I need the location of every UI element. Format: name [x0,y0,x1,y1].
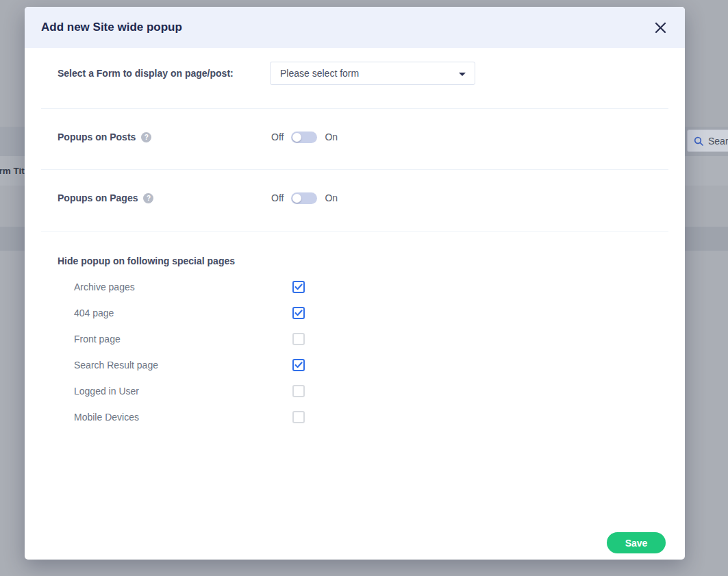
list-item-logged-in-user: Logged in User [25,378,685,404]
mobile-devices-checkbox[interactable] [292,411,305,423]
popups-on-pages-toggle[interactable] [291,192,317,204]
form-select-value: Please select form [280,68,359,79]
modal-title: Add new Site wide popup [41,21,182,34]
list-item-search-result-page: Search Result page [25,352,685,378]
logged-in-user-checkbox[interactable] [292,385,305,397]
list-item-front-page: Front page [25,326,685,352]
list-item-archive-pages: Archive pages [25,274,685,300]
archive-pages-checkbox[interactable] [292,281,305,293]
checkbox-label: Front page [74,334,121,345]
popups-on-pages-row: Popups on Pages ? Off On [25,191,685,205]
list-item-mobile-devices: Mobile Devices [25,404,685,430]
checkbox-label: Search Result page [74,360,158,371]
search-result-page-checkbox[interactable] [292,359,305,371]
modal-header: Add new Site wide popup [25,7,685,48]
save-button[interactable]: Save [607,532,666,553]
checkbox-label: Logged in User [74,386,139,397]
search-icon [694,136,703,146]
popups-on-posts-label: Popups on Posts [58,132,136,142]
help-icon[interactable]: ? [143,193,153,203]
close-icon[interactable] [652,19,668,36]
toggle-knob [292,194,301,203]
checkbox-label: 404 page [74,308,114,318]
off-label: Off [271,192,284,203]
form-select-label: Select a Form to display on page/post: [58,62,234,85]
special-pages-heading: Hide popup on following special pages [58,255,235,266]
help-icon[interactable]: ? [141,132,151,142]
on-label: On [325,192,338,203]
divider [41,108,668,109]
front-page-checkbox[interactable] [292,333,305,345]
checkbox-label: Mobile Devices [74,412,139,423]
form-select-dropdown[interactable]: Please select form [270,62,475,85]
chevron-down-icon [459,73,466,76]
special-pages-list: Archive pages 404 page Front page Search… [25,274,685,430]
list-item-404-page: 404 page [25,300,685,326]
toggle-knob [292,133,301,142]
off-label: Off [271,132,284,142]
background-search-input[interactable]: Search [687,129,728,152]
divider [41,169,668,170]
on-label: On [325,132,338,142]
add-popup-modal: Add new Site wide popup Select a Form to… [25,7,685,560]
search-placeholder: Search [708,136,728,147]
divider [41,231,668,232]
popups-on-posts-toggle[interactable] [291,132,317,143]
checkbox-label: Archive pages [74,281,135,292]
404-page-checkbox[interactable] [292,307,305,319]
popups-on-posts-row: Popups on Posts ? Off On [25,130,685,144]
screen: Form Title Search Add new Site wide popu… [0,0,728,576]
popups-on-pages-label: Popups on Pages [58,192,138,203]
